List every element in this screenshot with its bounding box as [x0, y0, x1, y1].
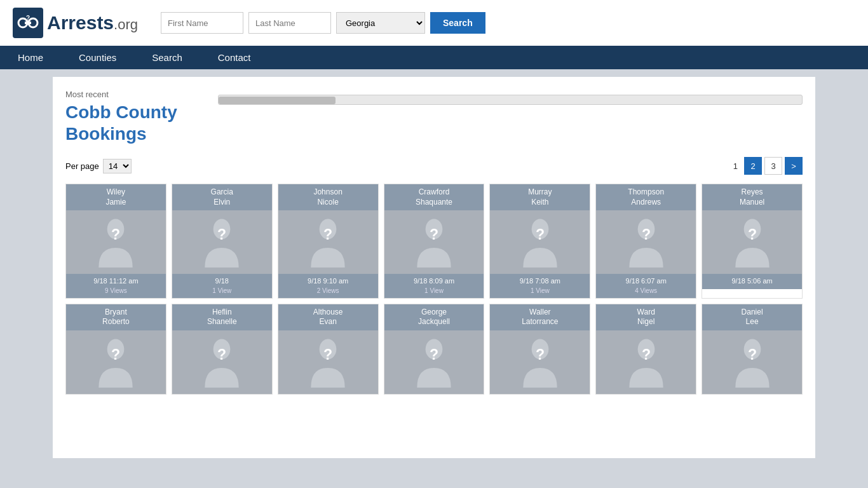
booking-card[interactable]: ReyesManuel ? 9/18 5:06 am [702, 184, 803, 299]
card-photo: ? [384, 330, 484, 394]
bookings-grid: WileyJamie ? 9/18 11:12 am 9 ViewsGarcia… [65, 184, 803, 395]
booking-card[interactable]: WardNigel ? [595, 304, 696, 395]
card-photo: ? [66, 210, 166, 274]
svg-text:?: ? [111, 346, 120, 363]
booking-card[interactable]: CrawfordShaquante ? 9/18 8:09 am 1 View [384, 184, 485, 299]
title-block: Most recent Cobb CountyBookings [65, 90, 205, 144]
card-name: WardNigel [596, 304, 696, 330]
card-name: HeflinShanelle [172, 304, 272, 330]
card-name: ThompsonAndrews [596, 184, 696, 210]
svg-rect-3 [25, 22, 31, 24]
silhouette-icon: ? [518, 337, 562, 388]
most-recent-label: Most recent [65, 90, 205, 99]
booking-card[interactable]: BryantRoberto ? [65, 304, 166, 395]
per-page-label: Per page [65, 161, 99, 171]
card-time: 9/18 11:12 am [69, 276, 163, 286]
nav-counties[interactable]: Counties [61, 46, 134, 69]
card-photo: ? [490, 210, 590, 274]
booking-card[interactable]: JohnsonNicole ? 9/18 9:10 am 2 Views [278, 184, 379, 299]
last-name-input[interactable] [248, 12, 331, 34]
booking-card[interactable]: MurrayKeith ? 9/18 7:08 am 1 View [489, 184, 590, 299]
card-name: WallerLatorrance [490, 304, 590, 330]
per-page-select[interactable]: 14 7 25 50 [103, 159, 132, 173]
card-photo: ? [702, 210, 802, 274]
silhouette-icon: ? [93, 337, 138, 388]
svg-text:?: ? [642, 346, 651, 363]
silhouette-icon: ? [306, 337, 350, 388]
silhouette-icon: ? [730, 217, 775, 268]
card-info: 9/18 6:07 am 4 Views [596, 274, 696, 297]
svg-text:?: ? [217, 226, 226, 243]
nav-search[interactable]: Search [134, 46, 200, 69]
page-1-text: 1 [729, 160, 742, 172]
card-name: GeorgeJackquell [384, 304, 484, 330]
booking-card[interactable]: WileyJamie ? 9/18 11:12 am 9 Views [65, 184, 166, 299]
card-info: 9/18 9:10 am 2 Views [278, 274, 378, 297]
per-page-control: Per page 14 7 25 50 [65, 159, 132, 173]
booking-card[interactable]: GarciaElvin ? 9/18 1 View [172, 184, 273, 299]
card-views: 1 View [175, 287, 269, 295]
svg-text:?: ? [430, 226, 438, 243]
silhouette-icon: ? [200, 337, 244, 388]
card-photo: ? [596, 330, 696, 394]
scroll-indicator[interactable] [218, 95, 803, 105]
svg-text:?: ? [323, 226, 332, 243]
svg-text:?: ? [111, 226, 120, 243]
state-select[interactable]: Georgia Alabama Florida Tennessee [336, 12, 425, 34]
controls-bar: Per page 14 7 25 50 1 2 3 > [65, 157, 803, 175]
booking-card[interactable]: DanielLee ? [702, 304, 803, 395]
card-photo: ? [278, 330, 378, 394]
card-info: 9/18 5:06 am [702, 274, 802, 288]
page-title-area: Most recent Cobb CountyBookings [65, 90, 803, 144]
svg-text:?: ? [536, 226, 545, 243]
card-photo: ? [596, 210, 696, 274]
silhouette-icon: ? [93, 217, 138, 268]
silhouette-icon: ? [518, 217, 562, 268]
booking-card[interactable]: ThompsonAndrews ? 9/18 6:07 am 4 Views [595, 184, 696, 299]
card-views: 9 Views [69, 287, 163, 295]
card-name: MurrayKeith [490, 184, 590, 210]
search-button[interactable]: Search [430, 12, 485, 34]
card-time: 9/18 9:10 am [281, 276, 376, 286]
booking-card[interactable]: HeflinShanelle ? [172, 304, 273, 395]
booking-card[interactable]: AlthouseEvan ? [278, 304, 379, 395]
booking-card[interactable]: GeorgeJackquell ? [384, 304, 485, 395]
svg-text:?: ? [323, 346, 332, 363]
card-name: DanielLee [702, 304, 802, 330]
silhouette-icon: ? [624, 337, 668, 388]
silhouette-icon: ? [200, 217, 244, 268]
silhouette-icon: ? [730, 337, 775, 388]
booking-card[interactable]: WallerLatorrance ? [489, 304, 590, 395]
card-photo: ? [66, 330, 166, 394]
scrollbar-area [218, 95, 803, 144]
page-2-button[interactable]: 2 [744, 157, 762, 175]
main-content: Most recent Cobb CountyBookings Per page… [53, 77, 815, 458]
nav-home[interactable]: Home [0, 46, 61, 69]
nav-bar: Home Counties Search Contact [0, 46, 868, 69]
first-name-input[interactable] [161, 12, 243, 34]
card-photo: ? [172, 210, 272, 274]
card-info: 9/18 8:09 am 1 View [384, 274, 484, 297]
svg-text:?: ? [26, 15, 30, 22]
logo-icon: ? [13, 8, 43, 38]
card-info: 9/18 7:08 am 1 View [490, 274, 590, 297]
silhouette-icon: ? [412, 337, 456, 388]
page-3-button[interactable]: 3 [764, 157, 782, 175]
card-photo: ? [702, 330, 802, 394]
logo-text: Arrests.org [47, 12, 138, 34]
svg-text:?: ? [430, 346, 438, 363]
silhouette-icon: ? [306, 217, 350, 268]
card-time: 9/18 7:08 am [492, 276, 587, 286]
card-name: BryantRoberto [66, 304, 166, 330]
next-page-button[interactable]: > [785, 157, 803, 175]
card-photo: ? [172, 330, 272, 394]
logo-link[interactable]: ? Arrests.org [13, 8, 138, 38]
card-views: 1 View [492, 287, 587, 295]
card-info: 9/18 1 View [172, 274, 272, 297]
card-time: 9/18 6:07 am [599, 276, 693, 286]
card-photo: ? [384, 210, 484, 274]
card-name: AlthouseEvan [278, 304, 378, 330]
nav-contact[interactable]: Contact [200, 46, 269, 69]
silhouette-icon: ? [412, 217, 456, 268]
pagination: 1 2 3 > [729, 157, 803, 175]
